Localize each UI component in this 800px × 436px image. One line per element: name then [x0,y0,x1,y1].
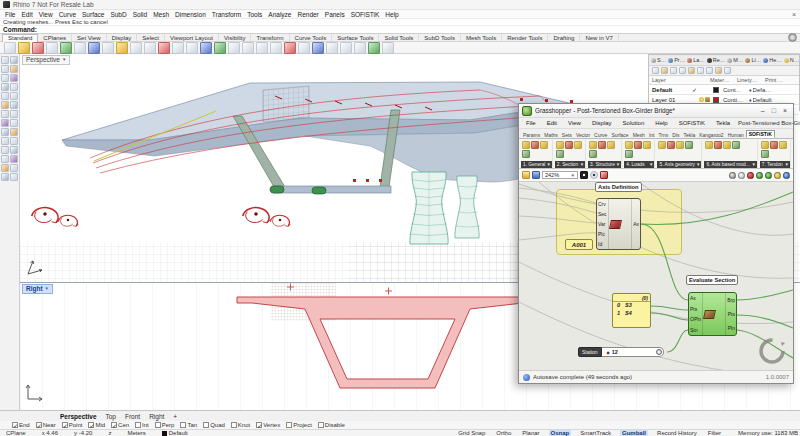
component-icon[interactable] [779,141,787,149]
component-tab[interactable]: Maths [542,132,560,138]
status-toggle[interactable]: Record History [655,430,699,436]
copy-icon[interactable] [74,42,86,54]
menu-item[interactable]: SOFiSTiK [676,120,708,126]
save-icon[interactable] [32,42,44,54]
explode-icon[interactable] [10,164,18,172]
osnap-option[interactable]: Near [36,422,56,428]
menu-item[interactable]: Tekla [713,120,733,126]
help-icon[interactable] [724,67,731,74]
component-tab[interactable]: Params [521,132,542,138]
osnap-option[interactable]: Point [62,422,83,428]
join-icon[interactable] [1,164,9,172]
close-icon[interactable]: × [783,107,787,114]
scale-icon[interactable] [312,42,324,54]
polygon-icon[interactable] [10,92,18,100]
input-param[interactable]: Id [598,241,607,247]
redo-icon[interactable] [116,42,128,54]
ribbon-group-label[interactable]: 6. Axis based mod…▾ [704,161,756,168]
component-icon[interactable] [761,141,769,149]
component-icon[interactable] [761,150,769,158]
toolbar-tab[interactable]: Surface Tools [332,34,379,41]
layer-color-swatch[interactable] [713,97,719,103]
new-layer-icon[interactable] [652,67,659,74]
toolbar-tab[interactable]: Curve Tools [290,34,333,41]
ribbon-group-icons[interactable] [624,140,654,161]
menu-item[interactable]: Render [294,11,321,18]
new-file-icon[interactable] [4,42,16,54]
output-param[interactable]: Pln [727,325,735,331]
menu-item[interactable]: Display [589,120,615,126]
toolbar-tab[interactable]: Set View [72,34,107,41]
osnap-option[interactable]: Cen [111,422,129,428]
rotate-object-icon[interactable] [298,42,310,54]
surface-icon[interactable] [1,101,9,109]
section-list-panel[interactable]: (0) 0S3 1S4 [612,293,651,328]
input-param[interactable]: Pts [690,306,701,312]
menu-item[interactable]: Dimension [172,11,209,18]
panel-tab[interactable]: He… [763,57,782,63]
osnap-option[interactable]: Tan [180,422,197,428]
component-icon[interactable] [607,141,615,149]
output-param[interactable]: Ax [633,221,639,227]
viewport-tab[interactable]: Front [125,413,140,420]
preview-eye-icon[interactable] [590,171,598,179]
component-icon[interactable] [540,141,548,149]
panel-tab[interactable]: N… [784,57,799,63]
osnap-option[interactable]: Vertex [256,422,280,428]
menu-item[interactable]: SOFiSTiK [348,11,383,18]
toolbar-tab[interactable]: Solid Tools [379,34,419,41]
component-icon[interactable] [732,141,740,149]
preview-off-icon[interactable] [783,172,790,179]
panel-tab[interactable]: Re… [707,57,726,63]
checkbox-icon[interactable] [111,422,117,428]
component-icon[interactable] [522,150,530,158]
checkbox-icon[interactable] [88,422,94,428]
checkbox-icon[interactable] [231,422,237,428]
component-icon[interactable] [685,141,693,149]
copy-icon[interactable] [10,128,18,136]
toolbar-tab[interactable]: Transform [251,34,289,41]
component-tab[interactable]: SOFiSTiK [746,130,775,138]
preview-wire-icon[interactable] [756,172,763,179]
checkbox-icon[interactable] [203,422,209,428]
mirror-icon[interactable] [326,42,338,54]
move-down-icon[interactable] [688,67,695,74]
undo-multiple-icon[interactable] [130,42,142,54]
zoom-level-dropdown[interactable]: 242%▼ [542,171,578,179]
menu-item[interactable]: Transform [209,11,244,18]
menu-item[interactable]: File [523,120,539,126]
menu-item[interactable]: File [2,11,18,18]
input-param[interactable]: OPln [690,316,701,322]
component-icon[interactable] [556,150,564,158]
component-icon[interactable] [574,141,582,149]
zoom-extents-icon[interactable] [186,42,198,54]
component-tab[interactable]: Curve [592,132,609,138]
save-icon[interactable] [532,171,540,179]
menu-item[interactable]: SubD [107,11,129,18]
panel-tab[interactable]: Li… [745,57,761,63]
checkbox-icon[interactable] [318,422,324,428]
undo-icon[interactable] [102,42,114,54]
status-toggle[interactable]: Ortho [494,430,513,436]
toolbar-tab[interactable]: Mesh Tools [461,34,502,41]
viewport-tab[interactable]: Top [106,413,116,420]
component-tab[interactable]: Dis [670,132,681,138]
bridge-pier-front[interactable] [410,172,448,244]
component-icon[interactable] [676,141,684,149]
checkbox-icon[interactable] [12,422,18,428]
cplane-indicator[interactable]: CPlane [6,430,42,436]
osnap-option[interactable]: Perp [155,422,175,428]
component-tab[interactable]: Kangaroo2 [697,132,725,138]
sweep-icon[interactable] [10,110,18,118]
layer-tools-icon[interactable] [715,67,722,74]
active-layer-name[interactable]: Default [169,430,204,436]
canvas-compass-widget[interactable] [756,335,788,367]
input-param[interactable]: Plc [598,231,607,237]
component-icon[interactable] [634,141,642,149]
menu-item[interactable]: View [36,11,56,18]
rotate-view-icon[interactable] [158,42,170,54]
toolbar-tab[interactable]: Select [137,34,165,41]
component-icon[interactable] [531,141,539,149]
viewport-label-right[interactable]: Right▼ [22,284,53,294]
checkbox-icon[interactable] [62,422,68,428]
